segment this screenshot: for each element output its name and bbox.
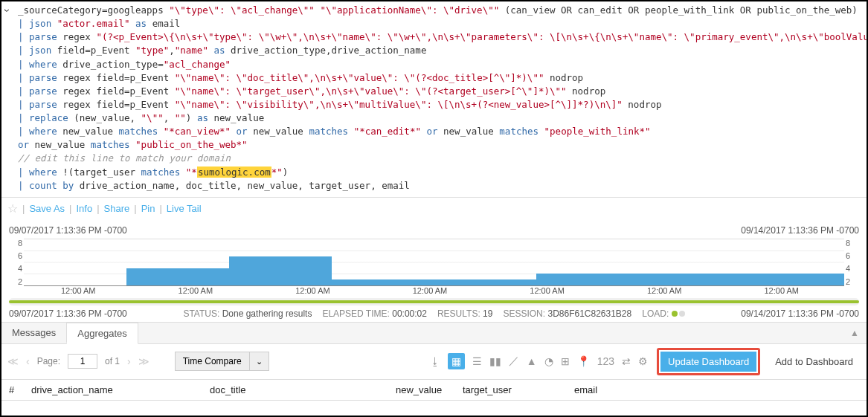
info-link[interactable]: Info: [76, 203, 92, 214]
column-header-hash[interactable]: #: [9, 384, 31, 395]
share-link[interactable]: Share: [104, 203, 130, 214]
bar-chart-icon[interactable]: ☰: [472, 355, 482, 367]
page-first-icon[interactable]: ≪: [7, 355, 19, 367]
histogram-bar[interactable]: [639, 274, 742, 285]
histogram-bar[interactable]: [742, 274, 844, 285]
column-header-doc-title[interactable]: doc_title: [210, 384, 396, 395]
single-value-icon[interactable]: 123: [597, 355, 614, 367]
column-header-new-value[interactable]: new_value: [396, 384, 463, 395]
x-tick-label: 12:00 AM: [727, 286, 844, 297]
histogram-bar[interactable]: [229, 256, 332, 285]
histogram-bar[interactable]: [536, 274, 639, 285]
page-next-icon[interactable]: ›: [127, 355, 131, 367]
collapse-toggle[interactable]: ›: [1, 1, 18, 197]
column-header-email[interactable]: email: [574, 384, 686, 395]
table-view-icon[interactable]: ▦: [448, 353, 465, 369]
column-header-drive-action-name[interactable]: drive_action_name: [31, 384, 210, 395]
status-end-ts: 09/14/2017 1:13:36 PM -0700: [741, 308, 859, 319]
x-tick-label: 12:00 AM: [141, 286, 259, 297]
histogram-bar[interactable]: [332, 279, 434, 285]
x-tick-label: 12:00 AM: [258, 286, 376, 297]
add-to-dashboard-button[interactable]: Add to Dashboard: [768, 352, 861, 372]
update-dashboard-button[interactable]: Update Dashboard: [660, 352, 756, 372]
x-tick-label: 12:00 AM: [376, 286, 493, 297]
query-text-fragment: _sourceCategory=googleapps: [18, 4, 169, 16]
gear-icon[interactable]: ⚙: [638, 355, 648, 367]
histogram-start-ts: 09/07/2017 1:13:36 PM -0700: [9, 225, 127, 236]
results-table-header: # drive_action_name doc_title new_value …: [1, 380, 867, 401]
page-number-input[interactable]: [68, 354, 97, 369]
y-axis-left: 8 6 4 2: [9, 239, 22, 286]
x-tick-label: 12:00 AM: [492, 286, 610, 297]
page-last-icon[interactable]: ≫: [138, 355, 150, 367]
update-dashboard-highlight: Update Dashboard: [657, 348, 760, 375]
query-editor[interactable]: _sourceCategory=googleapps "\"type\": \"…: [18, 1, 868, 197]
histogram-bar[interactable]: [126, 268, 229, 285]
status-start-ts: 09/07/2017 1:13:36 PM -0700: [9, 308, 127, 319]
star-icon[interactable]: ☆: [7, 201, 18, 216]
tab-messages[interactable]: Messages: [1, 323, 67, 343]
map-icon[interactable]: 📍: [577, 355, 590, 367]
y-axis-right: 8 6 4 2: [846, 239, 859, 286]
x-tick-label: 12:00 AM: [610, 286, 727, 297]
column-header-target-user[interactable]: target_user: [463, 384, 574, 395]
live-tail-link[interactable]: Live Tail: [167, 203, 202, 214]
histogram-range-scrollbar[interactable]: [9, 298, 859, 306]
x-tick-label: 12:00 AM: [24, 286, 141, 297]
histogram-end-ts: 09/14/2017 1:13:36 PM -0700: [741, 225, 859, 236]
histogram-bar[interactable]: [434, 279, 537, 285]
time-compare-button[interactable]: Time Compare: [175, 352, 250, 371]
load-indicator: [672, 308, 685, 319]
chevron-down-icon: ›: [1, 9, 13, 13]
line-chart-icon[interactable]: ／: [509, 355, 519, 368]
pin-link[interactable]: Pin: [141, 203, 155, 214]
save-as-link[interactable]: Save As: [29, 203, 65, 214]
time-compare-dropdown[interactable]: ⌄: [250, 352, 269, 371]
column-chart-icon[interactable]: ▮▮: [489, 355, 501, 367]
tab-aggregates[interactable]: Aggregates: [67, 323, 138, 344]
area-chart-icon[interactable]: ▲: [527, 355, 537, 367]
pie-chart-icon[interactable]: ◔: [544, 355, 553, 367]
combo-icon[interactable]: ⇄: [622, 355, 631, 367]
export-icon[interactable]: ⭳: [430, 355, 440, 367]
page-prev-icon[interactable]: ‹: [26, 355, 30, 367]
box-chart-icon[interactable]: ⊞: [561, 355, 570, 367]
histogram-chart[interactable]: 8 6 4 2 8 6 4 2 12:00 AM12:00 AM12:00 AM…: [9, 239, 859, 297]
collapse-results-icon[interactable]: ▲: [850, 328, 867, 338]
